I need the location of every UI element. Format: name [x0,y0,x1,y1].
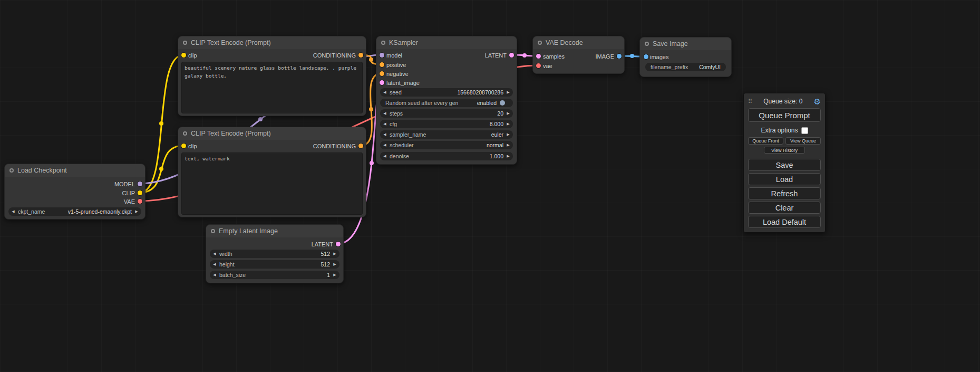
node-title-bar[interactable]: Load Checkpoint [5,164,145,177]
drag-handle-icon[interactable]: ⠿ [748,98,752,105]
view-history-button[interactable]: View History [764,147,805,154]
decrement-arrow-icon[interactable]: ◀ [380,130,390,139]
port-conditioning-output[interactable] [358,53,363,58]
widget-value: 1.000 [490,152,503,160]
increment-arrow-icon[interactable]: ▶ [503,152,513,160]
port-latent-image-input[interactable] [380,80,384,85]
widget-value: 20 [497,109,503,118]
widget-filename-prefix[interactable]: filename_prefix ComfyUI [645,63,726,71]
widget-cfg[interactable]: ◀ cfg 8.000 ▶ [380,120,513,128]
increment-arrow-icon[interactable]: ▶ [132,207,141,216]
increment-arrow-icon[interactable]: ▶ [330,250,339,258]
widget-denoise[interactable]: ◀ denoise 1.000 ▶ [380,152,513,160]
widget-value: 156680208700286 [457,88,503,97]
node-load-checkpoint[interactable]: Load Checkpoint MODEL CLIP VAE ◀ ckpt_na… [4,164,145,220]
port-conditioning-output[interactable] [358,144,363,148]
increment-arrow-icon[interactable]: ▶ [503,130,513,139]
port-samples-input[interactable] [536,54,541,59]
save-button[interactable]: Save [748,159,821,171]
port-positive-input[interactable] [380,62,384,67]
queue-menu-panel: ⠿ Queue size: 0 ⚙ Queue Prompt Extra opt… [743,93,826,233]
extra-options-checkbox[interactable] [801,127,808,134]
prompt-textarea[interactable]: beautiful scenery nature glass bottle la… [181,62,363,113]
port-clip-output[interactable] [138,190,142,195]
widget-label: ckpt_name [18,207,45,216]
node-title: CLIP Text Encode (Prompt) [191,130,271,137]
port-latent-output[interactable] [509,53,514,58]
input-label-images: images [650,53,668,61]
view-queue-button[interactable]: View Queue [785,137,821,145]
node-clip-text-encode-negative[interactable]: CLIP Text Encode (Prompt) clip CONDITION… [178,127,366,217]
node-title-bar[interactable]: Empty Latent Image [206,225,343,237]
widget-value: enabled [477,99,497,107]
port-model-output[interactable] [138,182,142,186]
settings-gear-icon[interactable]: ⚙ [814,98,821,106]
port-vae-input[interactable] [536,63,541,68]
widget-scheduler[interactable]: ◀ scheduler normal ▶ [380,141,513,149]
extra-options-label: Extra options [761,127,798,134]
port-negative-input[interactable] [380,71,384,76]
increment-arrow-icon[interactable]: ▶ [330,271,339,279]
node-title-bar[interactable]: KSampler [376,36,517,49]
port-model-input[interactable] [380,53,384,58]
decrement-arrow-icon[interactable]: ◀ [380,141,390,149]
widget-label: denoise [390,152,409,160]
link-midpoint-dot [258,117,263,121]
port-clip-input[interactable] [181,53,186,58]
increment-arrow-icon[interactable]: ▶ [503,109,513,118]
widget-batch-size[interactable]: ◀ batch_size 1 ▶ [210,271,339,279]
decrement-arrow-icon[interactable]: ◀ [380,120,390,128]
prompt-textarea[interactable]: text, watermark [181,152,363,215]
widget-seed[interactable]: ◀ seed 156680208700286 ▶ [380,88,513,97]
node-empty-latent-image[interactable]: Empty Latent Image LATENT ◀ width 512 ▶ … [206,224,344,283]
decrement-arrow-icon[interactable]: ◀ [210,260,219,269]
node-clip-text-encode-positive[interactable]: CLIP Text Encode (Prompt) clip CONDITION… [178,36,366,116]
node-ksampler[interactable]: KSampler model LATENT positive negative … [376,36,517,165]
node-vae-decode[interactable]: VAE Decode samples IMAGE vae [532,36,625,74]
increment-arrow-icon[interactable]: ▶ [330,260,339,269]
decrement-arrow-icon[interactable]: ◀ [380,109,390,118]
increment-arrow-icon[interactable]: ▶ [503,141,513,149]
widget-label: width [219,250,232,258]
queue-size-label: Queue size: 0 [752,98,813,105]
link-midpoint-dot [370,161,374,165]
widget-width[interactable]: ◀ width 512 ▶ [210,250,339,258]
node-title-bar[interactable]: CLIP Text Encode (Prompt) [178,36,366,49]
link-midpoint-dot [159,167,163,171]
node-title: KSampler [389,39,418,46]
port-latent-output[interactable] [336,242,341,246]
widget-random-seed-toggle[interactable]: Random seed after every gen enabled [380,99,513,107]
output-label-vae: VAE [124,197,135,206]
node-title-bar[interactable]: Save Image [640,37,731,50]
increment-arrow-icon[interactable]: ▶ [503,120,513,128]
decrement-arrow-icon[interactable]: ◀ [380,88,390,97]
queue-front-button[interactable]: Queue Front [748,137,783,145]
decrement-arrow-icon[interactable]: ◀ [380,152,390,160]
refresh-button[interactable]: Refresh [748,187,821,199]
clear-button[interactable]: Clear [748,202,821,214]
widget-sampler-name[interactable]: ◀ sampler_name euler ▶ [380,130,513,139]
queue-prompt-button[interactable]: Queue Prompt [748,108,821,122]
port-vae-output[interactable] [138,199,142,204]
widget-value: 8.000 [490,120,503,128]
node-title-bar[interactable]: VAE Decode [533,36,624,49]
port-images-input[interactable] [644,54,648,59]
node-title-bar[interactable]: CLIP Text Encode (Prompt) [178,127,366,140]
input-label-clip: clip [188,142,197,150]
node-save-image[interactable]: Save Image images filename_prefix ComfyU… [639,37,732,77]
widget-ckpt-name[interactable]: ◀ ckpt_name v1-5-pruned-emaonly.ckpt ▶ [8,207,141,216]
decrement-arrow-icon[interactable]: ◀ [210,250,219,258]
widget-height[interactable]: ◀ height 512 ▶ [210,260,339,269]
port-clip-input[interactable] [181,144,186,148]
decrement-arrow-icon[interactable]: ◀ [210,271,219,279]
toggle-knob-icon[interactable] [500,100,505,106]
load-default-button[interactable]: Load Default [748,216,821,228]
widget-label: Random seed after every gen [385,99,458,107]
widget-steps[interactable]: ◀ steps 20 ▶ [380,109,513,118]
decrement-arrow-icon[interactable]: ◀ [8,207,18,216]
output-label-model: MODEL [114,180,135,188]
increment-arrow-icon[interactable]: ▶ [503,88,513,97]
widget-label: height [219,260,235,269]
load-button[interactable]: Load [748,173,821,185]
port-image-output[interactable] [617,54,622,59]
